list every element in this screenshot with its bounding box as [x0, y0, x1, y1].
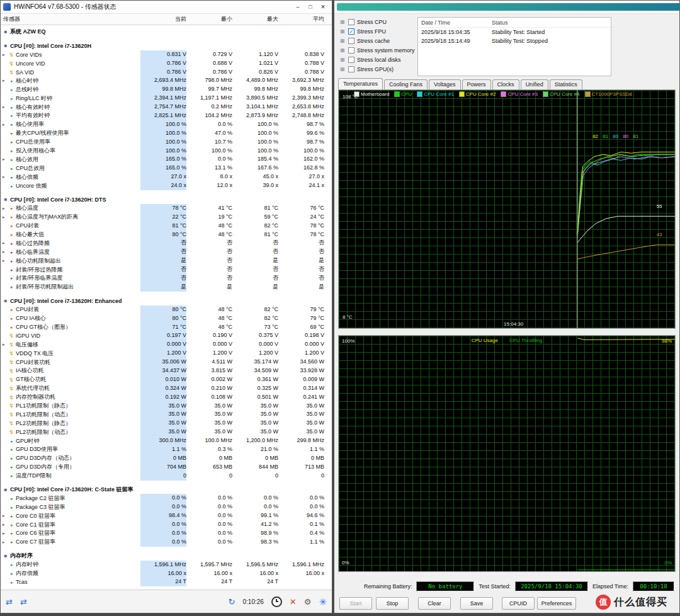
sensor-row[interactable]: ●Tcas24 T24 T24 T — [1, 578, 332, 586]
maximize-icon[interactable]: □ — [304, 4, 317, 10]
stress-option-stress-cpu[interactable]: ▦Stress CPU — [339, 17, 416, 26]
column-minimum[interactable]: 最小 — [186, 15, 232, 23]
sensor-row[interactable]: ●CPU总效用165.0 %13.1 %167.6 %162.8 % — [1, 164, 332, 173]
sensor-row[interactable]: ●CPU总使用率100.0 %10.7 %100.0 %98.7 % — [1, 138, 332, 147]
sensor-row[interactable]: ●Ring/LLC 时钟2,394.1 MHz1,197.1 MHz3,890.… — [1, 94, 332, 103]
sensor-row[interactable]: ▸●Core C1 驻留率0.0 %0.0 %41.2 %0.1 % — [1, 520, 332, 529]
snowflake-icon[interactable]: ✳ — [319, 597, 327, 607]
sensor-row[interactable]: ●GPU D3D内存（专用）704 MB653 MB844 MB713 MB — [1, 463, 332, 472]
sensor-row[interactable]: ●封装/环形过热降频否否否否 — [1, 265, 332, 274]
column-sensor[interactable]: 传感器 — [3, 15, 140, 23]
clock-icon[interactable] — [271, 596, 282, 607]
sensor-row[interactable]: ●Package C2 驻留率0.0 %0.0 %0.0 %0.0 % — [1, 494, 332, 503]
sensor-row[interactable]: ▸●核心时钟2,693.4 MHz798.0 MHz4,489.0 MHz3,6… — [1, 76, 332, 85]
stress-local-disks-checkbox[interactable] — [348, 57, 354, 63]
stress-option-stress-local-disks[interactable]: ▦Stress local disks — [339, 55, 416, 64]
settings-gear-icon[interactable]: ⚙ — [304, 598, 312, 606]
column-average[interactable]: 平均 — [278, 15, 324, 23]
sensor-row[interactable]: ▸●核心使用率100.0 %0.0 %100.0 %98.7 % — [1, 120, 332, 129]
sensor-row[interactable]: ↯iGPU VID0.197 V0.190 V0.375 V0.198 V — [1, 331, 332, 340]
tab-unified[interactable]: Unified — [521, 79, 548, 89]
sensor-row[interactable]: ●投入使用核心率100.0 %100.0 %100.0 %100.0 % — [1, 147, 332, 156]
column-maximum[interactable]: 最大 — [232, 15, 278, 23]
minimize-icon[interactable]: – — [292, 4, 304, 10]
sensor-row[interactable]: ▸●Core C7 驻留率0.0 %0.0 %98.3 %1.1 % — [1, 538, 332, 547]
sensor-row[interactable]: ●最大CPU/线程使用率100.0 %47.0 %100.0 %99.6 % — [1, 129, 332, 138]
refresh-icon[interactable]: ↻ — [229, 598, 235, 606]
sensor-row[interactable]: ●封装/环形功耗限制超出是是是是 — [1, 283, 332, 292]
aida64-titlebar[interactable]: System Stability Test - AIDA64 – □ ✕ — [334, 1, 679, 14]
sensor-row[interactable]: ↯PL1功耗限制（动态）35.0 W35.0 W35.0 W35.0 W — [1, 410, 332, 419]
stress-cache-checkbox[interactable] — [348, 38, 354, 44]
legend-item[interactable]: Motherboard — [354, 91, 389, 97]
preferences-button[interactable]: Preferences — [537, 597, 576, 610]
stress-cpu-checkbox[interactable] — [348, 19, 354, 25]
sensor-row[interactable]: ▸↯电压偏移0.000 V0.000 V0.000 V0.000 V — [1, 340, 332, 349]
sensor-row[interactable]: ●CPU封装81 °C48 °C82 °C78 °C — [1, 222, 332, 231]
sensor-section-row[interactable]: ■CPU [#0]: Intel Core i7-13620H — [1, 42, 332, 50]
stress-system-memory-checkbox[interactable] — [348, 47, 354, 54]
sensor-row[interactable]: ●CPU GT核心（图形）71 °C48 °C73 °C69 °C — [1, 323, 332, 332]
legend-item[interactable]: CPU Core #3 — [501, 91, 538, 97]
sensor-row[interactable]: ●GPU时钟300.0 MHz100.0 MHz1,200.0 MHz299.8… — [1, 436, 332, 445]
clear-button[interactable]: Clear — [418, 597, 451, 610]
sensor-row[interactable]: ●Package C3 驻留率0.0 %0.0 %0.0 %0.0 % — [1, 503, 332, 511]
sensor-row[interactable]: ↯VDDQ TX 电压1.200 V1.200 V1.200 V1.200 V — [1, 349, 332, 358]
column-current[interactable]: 当前 — [140, 15, 186, 23]
sensor-row[interactable]: ▸●核心效用165.0 %0.0 %185.4 %162.0 % — [1, 155, 332, 164]
sensor-row[interactable]: ●内存时钟1,596.1 MHz1,595.7 MHz1,596.5 MHz1,… — [1, 561, 332, 569]
sensor-row[interactable]: ↯GT核心功耗0.010 W0.002 W0.361 W0.009 W — [1, 375, 332, 384]
stress-option-stress-gpu-s[interactable]: ▦Stress GPU(s) — [339, 64, 416, 74]
hwinfo-titlebar[interactable]: HWiNFO64 v7.68-5300 - 传感器状态 – □ ✕ — [1, 1, 332, 14]
sensor-row[interactable]: ▸●核心临界温度否否否否 — [1, 248, 332, 256]
sensor-row[interactable]: ●核心最大值80 °C48 °C81 °C78 °C — [1, 231, 332, 239]
sensor-row[interactable]: ●GPU D3D内存（动态）0 MB0 MB0 MB0 MB — [1, 454, 332, 463]
sensor-row[interactable]: ▸●核心温度78 °C41 °C81 °C76 °C — [1, 204, 332, 213]
legend-item[interactable]: CPU Core #4 — [543, 91, 580, 97]
sensor-row[interactable]: ↯系统代理功耗0.324 W0.210 W0.325 W0.314 W — [1, 384, 332, 393]
sensor-row[interactable]: ▸●核心过热降频否否否否 — [1, 239, 332, 248]
sensor-row[interactable]: ●GPU D3D使用率1.1 %0.3 %21.0 %1.1 % — [1, 445, 332, 454]
sensor-row[interactable]: ↯PL2功耗限制（静态）35.0 W35.0 W35.0 W35.0 W — [1, 419, 332, 428]
legend-color-checkbox[interactable] — [459, 91, 465, 97]
sensor-row[interactable]: ↯PL2功耗限制（动态）35.0 W35.0 W35.0 W35.0 W — [1, 428, 332, 436]
tab-statistics[interactable]: Statistics — [550, 79, 582, 89]
sensor-row[interactable]: ●平均有效时钟2,825.1 MHz104.2 MHz2,873.9 MHz2,… — [1, 111, 332, 120]
sensor-section-row[interactable]: ■内存时序 — [1, 552, 332, 561]
nav-back-icon[interactable]: ⇄ — [6, 598, 13, 606]
legend-item[interactable]: CPU Core #2 — [459, 91, 496, 97]
stress-fpu-checkbox[interactable]: ✓ — [348, 28, 354, 35]
sensor-row[interactable]: ↯CPU封装功耗35.006 W4.511 W35.174 W34.560 W — [1, 358, 332, 367]
sensor-row[interactable]: ↯PL1功耗限制（静态）35.0 W35.0 W35.0 W35.0 W — [1, 402, 332, 411]
legend-item[interactable]: CPU — [394, 91, 412, 97]
stop-button[interactable]: Stop — [376, 597, 409, 610]
sensor-row[interactable]: ▸●核心功耗限制超出是否是是 — [1, 256, 332, 265]
sensor-row[interactable]: ↯SA VID0.786 V0.786 V0.826 V0.788 V — [1, 68, 332, 77]
sensor-row[interactable]: ↯内存控制器功耗0.192 W0.108 W0.501 W0.241 W — [1, 393, 332, 402]
sensor-row[interactable]: ▸●Core C0 驻留率98.4 %0.0 %99.1 %94.6 % — [1, 511, 332, 520]
legend-color-checkbox[interactable] — [585, 91, 591, 97]
sensor-section-row[interactable]: ■系统 AZW EQ — [1, 28, 332, 37]
sensor-section-row[interactable]: ■CPU [#0]: Intel Core i7-13620H: Enhance… — [1, 297, 332, 305]
sensor-section-row[interactable]: ■CPU [#0]: Intel Core i7-13620H: C-State… — [1, 486, 332, 494]
sensor-row[interactable]: ▸↯Core VIDs0.831 V0.729 V1.120 V0.838 V — [1, 50, 332, 59]
stress-option-stress-fpu[interactable]: ▦✓Stress FPU — [339, 26, 416, 36]
legend-color-checkbox[interactable] — [501, 91, 506, 97]
tab-voltages[interactable]: Voltages — [429, 79, 461, 89]
close-icon[interactable]: ✕ — [317, 4, 329, 10]
sensor-row[interactable]: ↯Uncore VID0.786 V0.688 V1.021 V0.788 V — [1, 59, 332, 68]
sensor-row[interactable]: ●封装/环形临界温度否否否否 — [1, 274, 332, 283]
reset-values-icon[interactable]: ✕ — [290, 598, 297, 606]
cpuid-button[interactable]: CPUID — [502, 597, 535, 610]
tab-cooling-fans[interactable]: Cooling Fans — [384, 79, 428, 89]
sensor-row[interactable]: ●总线时钟99.8 MHz99.7 MHz99.8 MHz99.8 MHz — [1, 85, 332, 94]
sensor-row[interactable]: ▸●核心温度与TjMAX的距离22 °C19 °C59 °C24 °C — [1, 213, 332, 222]
sensor-row[interactable]: ▸●核心倍频27.0 x8.0 x45.0 x27.0 x — [1, 173, 332, 181]
tab-clocks[interactable]: Clocks — [492, 79, 519, 89]
sensor-row[interactable]: ●温度/TDP限制0000 — [1, 472, 332, 481]
sensor-row[interactable]: ●CPU封装80 °C48 °C82 °C79 °C — [1, 305, 332, 314]
sensor-section-row[interactable]: ■CPU [#0]: Intel Core i7-13620H: DTS — [1, 195, 332, 204]
legend-item[interactable]: CPU Core #1 — [417, 91, 454, 97]
sensor-row[interactable]: ▸●核心有效时钟2,754.7 MHz0.2 MHz3,104.1 MHz2,6… — [1, 103, 332, 111]
legend-color-checkbox[interactable] — [394, 91, 400, 97]
